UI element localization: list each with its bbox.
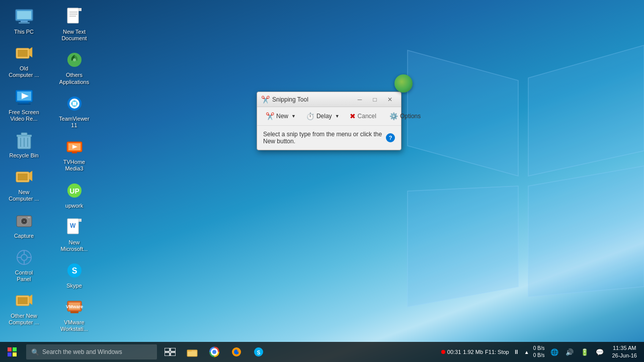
action-center-icon[interactable]: 💬 bbox=[593, 343, 607, 361]
new-computer-icon bbox=[14, 167, 34, 187]
network-info: 0 B/s 0 B/s bbox=[531, 345, 547, 359]
taskbar-clock[interactable]: 11:35 AM 26-Jun-16 bbox=[608, 344, 641, 360]
snipping-tool-app-icon: ✂️ bbox=[261, 96, 269, 104]
desktop-icon-this-pc[interactable]: This PC bbox=[3, 3, 45, 39]
desktop: This PC OldComputer ... bbox=[0, 0, 644, 362]
maximize-button[interactable]: □ bbox=[368, 94, 382, 105]
options-snip-button[interactable]: ⚙️ Options bbox=[385, 110, 425, 122]
capture-icon bbox=[14, 211, 34, 231]
delay-snip-dropdown-icon[interactable]: ▼ bbox=[335, 114, 340, 119]
tvhome-label: TVHomeMedia3 bbox=[63, 159, 85, 172]
old-computer-label: OldComputer ... bbox=[9, 65, 39, 78]
desktop-icon-old-computer[interactable]: OldComputer ... bbox=[3, 39, 45, 82]
search-icon: 🔍 bbox=[31, 348, 39, 356]
svg-rect-74 bbox=[171, 352, 176, 356]
taskbar-chrome[interactable] bbox=[203, 342, 225, 362]
svg-rect-18 bbox=[21, 133, 27, 135]
free-screen-label: Free ScreenVideo Re... bbox=[9, 109, 39, 122]
svg-text:UP: UP bbox=[69, 187, 79, 195]
svg-rect-9 bbox=[18, 50, 28, 57]
delay-snip-button[interactable]: ⏱️ Delay ▼ bbox=[301, 110, 344, 122]
others-apps-icon bbox=[64, 50, 85, 70]
status-text: Select a snip type from the menu or clic… bbox=[263, 131, 386, 145]
svg-rect-54 bbox=[72, 152, 77, 153]
help-button[interactable]: ? bbox=[386, 133, 395, 142]
svg-rect-77 bbox=[188, 351, 197, 356]
control-panel-icon bbox=[14, 247, 34, 267]
taskbar: 🔍 Search the web and Windows bbox=[0, 342, 644, 362]
new-snip-icon: ✂️ bbox=[266, 112, 274, 120]
snipping-tool-titlebar[interactable]: ✂️ Snipping Tool ─ □ ✕ bbox=[257, 92, 401, 107]
desktop-icon-tvhome[interactable]: TVHomeMedia3 bbox=[53, 133, 96, 176]
tvhome-icon bbox=[64, 137, 85, 157]
snipping-tool-window: ✂️ Snipping Tool ─ □ ✕ ✂️ New ▼ ⏱️ Delay… bbox=[257, 92, 401, 150]
svg-point-46 bbox=[73, 58, 76, 61]
titlebar-buttons: ─ □ ✕ bbox=[353, 94, 397, 105]
this-pc-icon bbox=[14, 7, 34, 27]
teamviewer-label: TeamViewer11 bbox=[59, 116, 89, 129]
svg-marker-3 bbox=[528, 166, 644, 297]
options-icon: ⚙️ bbox=[389, 112, 398, 120]
battery-icon[interactable]: 🔋 bbox=[578, 343, 592, 361]
volume-icon[interactable]: 🔊 bbox=[562, 343, 577, 361]
skype-label: Skype bbox=[66, 283, 82, 289]
new-snip-button[interactable]: ✂️ New ▼ bbox=[261, 110, 300, 122]
desktop-icon-new-computer[interactable]: NewComputer ... bbox=[3, 163, 45, 206]
desktop-icons-area: This PC OldComputer ... bbox=[3, 3, 103, 344]
taskbar-explorer[interactable] bbox=[181, 342, 203, 362]
desktop-icon-new-text[interactable]: New TextDocument bbox=[53, 3, 96, 46]
close-button[interactable]: ✕ bbox=[383, 94, 397, 105]
desktop-icon-other-new-computer[interactable]: Other NewComputer ... bbox=[3, 287, 45, 330]
desktop-icon-control-panel[interactable]: ControlPanel bbox=[3, 243, 45, 287]
new-snip-label: New bbox=[276, 113, 288, 120]
chrome-icon bbox=[209, 346, 220, 357]
clock-time: 11:35 AM bbox=[613, 344, 636, 352]
free-screen-icon bbox=[14, 87, 34, 107]
explorer-icon bbox=[187, 347, 198, 357]
svg-rect-50 bbox=[72, 102, 76, 106]
svg-rect-59 bbox=[78, 219, 82, 222]
vmware-label: VMwareWorkstati... bbox=[60, 319, 88, 332]
new-snip-dropdown-icon[interactable]: ▼ bbox=[291, 114, 296, 119]
svg-point-28 bbox=[23, 220, 25, 222]
svg-rect-66 bbox=[70, 311, 78, 313]
network-icon[interactable]: 🌐 bbox=[547, 343, 561, 361]
desktop-icon-free-screen[interactable]: Free ScreenVideo Re... bbox=[3, 83, 45, 126]
minimize-button[interactable]: ─ bbox=[353, 94, 367, 105]
taskbar-app4[interactable]: S bbox=[248, 342, 270, 362]
recording-time: 00:31 bbox=[447, 349, 461, 355]
cancel-icon: ✖ bbox=[350, 112, 356, 120]
new-text-label: New TextDocument bbox=[61, 29, 87, 42]
cancel-snip-button[interactable]: ✖ Cancel bbox=[345, 110, 381, 122]
desktop-icon-teamviewer[interactable]: TeamViewer11 bbox=[53, 89, 96, 133]
recording-size: 1.92 Mb bbox=[463, 349, 483, 355]
start-button[interactable] bbox=[0, 342, 24, 362]
svg-marker-24 bbox=[29, 171, 32, 181]
desktop-icon-others-apps[interactable]: OthersApplications bbox=[53, 46, 96, 89]
taskbar-firefox[interactable] bbox=[225, 342, 248, 362]
taskbar-search-box[interactable]: 🔍 Search the web and Windows bbox=[26, 344, 157, 359]
new-microsoft-label: NewMicrosoft... bbox=[61, 239, 88, 252]
desktop-icon-vmware[interactable]: VMware VMwareWorkstati... bbox=[53, 293, 96, 336]
upwork-icon: UP bbox=[64, 180, 85, 201]
desktop-icon-upwork[interactable]: UP upwork bbox=[53, 176, 96, 213]
capture-label: Capture bbox=[14, 233, 34, 239]
desktop-icon-skype[interactable]: S Skype bbox=[53, 256, 96, 293]
system-tray: 00:31 1.92 Mb F11: Stop ⏸ ▲ 0 B/s 0 B/s … bbox=[438, 343, 644, 361]
task-view-button[interactable] bbox=[159, 342, 181, 362]
desktop-icon-new-microsoft[interactable]: W NewMicrosoft... bbox=[53, 213, 96, 256]
pause-icon[interactable]: ⏸ bbox=[513, 348, 519, 355]
desktop-icon-capture[interactable]: Capture bbox=[3, 207, 45, 243]
svg-rect-37 bbox=[18, 297, 28, 304]
snipping-tool-toolbar: ✂️ New ▼ ⏱️ Delay ▼ ✖ Cancel ⚙️ Options bbox=[257, 107, 401, 126]
desktop-icon-recycle-bin[interactable]: Recycle Bin bbox=[3, 126, 45, 163]
svg-marker-1 bbox=[528, 45, 644, 176]
svg-point-31 bbox=[21, 254, 27, 260]
windows-decoration bbox=[403, 40, 644, 317]
svg-text:S: S bbox=[257, 350, 261, 355]
tray-expand-chevron[interactable]: ▲ bbox=[523, 349, 530, 355]
svg-text:W: W bbox=[70, 222, 76, 229]
other-new-computer-label: Other NewComputer ... bbox=[9, 313, 39, 326]
svg-rect-6 bbox=[21, 21, 28, 22]
clock-date: 26-Jun-16 bbox=[612, 352, 637, 359]
